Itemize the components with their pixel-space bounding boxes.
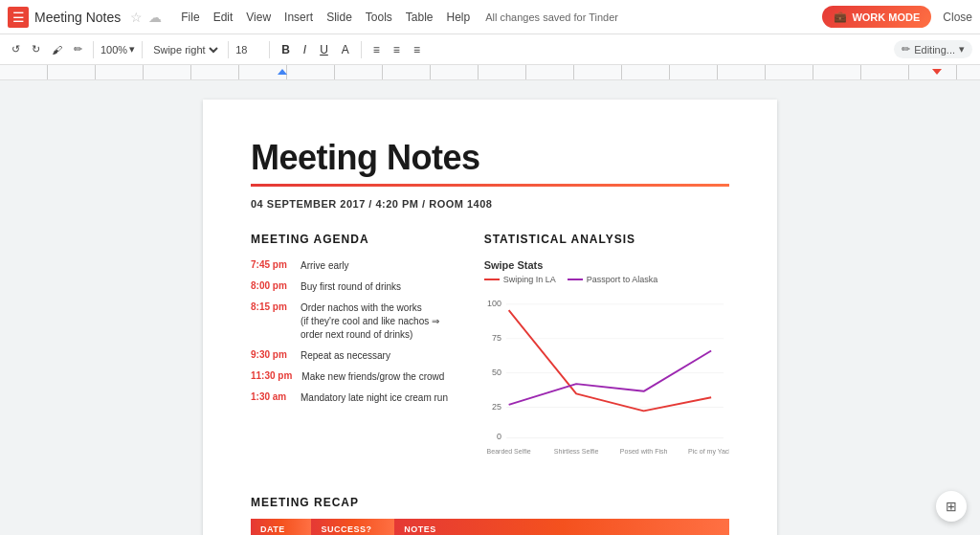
two-column-section: MEETING AGENDA 7:45 pmArrive early8:00 p… [251, 233, 729, 467]
agenda-row: 11:30 pmMake new friends/grow the crowd [251, 370, 456, 384]
svg-text:75: 75 [492, 333, 501, 343]
recap-section-title: MEETING RECAP [251, 496, 729, 509]
agenda-time: 9:30 pm [251, 349, 291, 360]
agenda-row: 8:00 pmBuy first round of drinks [251, 280, 456, 294]
menu-table[interactable]: Table [400, 9, 439, 26]
align-center-button[interactable]: ≡ [389, 41, 405, 58]
work-mode-button[interactable]: 💼 WORK MODE [822, 6, 931, 28]
agenda-time: 8:00 pm [251, 280, 291, 291]
menu-insert[interactable]: Insert [278, 9, 319, 26]
svg-text:Posed with Fish: Posed with Fish [619, 448, 667, 455]
separator-5 [361, 41, 362, 58]
document-page: Meeting Notes 04 SEPTEMBER 2017 / 4:20 P… [203, 100, 777, 535]
chart-svg: 100 75 50 25 0 [484, 292, 729, 463]
floating-action-button[interactable]: ⊞ [936, 491, 967, 522]
italic-button[interactable]: I [299, 41, 311, 58]
cloud-icon: ☁ [148, 10, 162, 25]
chart-container: 100 75 50 25 0 [484, 292, 729, 467]
paint-format-button[interactable]: 🖌 [48, 42, 66, 57]
separator-1 [93, 41, 94, 58]
col-header-notes: NOTES [394, 519, 729, 535]
svg-text:25: 25 [492, 402, 501, 412]
menu-slide[interactable]: Slide [321, 9, 358, 26]
chart-column: STATISTICAL ANALYSIS Swipe Stats Swiping… [484, 233, 729, 467]
svg-text:Bearded Selfie: Bearded Selfie [486, 448, 530, 455]
document-main-title: Meeting Notes [251, 138, 729, 178]
menu-view[interactable]: View [240, 9, 277, 26]
menu-edit[interactable]: Edit [208, 9, 239, 26]
agenda-time: 7:45 pm [251, 259, 291, 270]
agenda-row: 9:30 pmRepeat as necessary [251, 349, 456, 363]
document-subtitle: 04 SEPTEMBER 2017 / 4:20 PM / ROOM 1408 [251, 198, 729, 210]
agenda-time: 8:15 pm [251, 301, 291, 312]
briefcase-icon: 💼 [834, 11, 847, 23]
legend-label-1: Swiping In LA [503, 275, 556, 284]
agenda-time: 1:30 am [251, 391, 291, 402]
underline-button[interactable]: U [315, 41, 333, 58]
legend-label-2: Passport to Alaska [587, 275, 658, 284]
zoom-control[interactable]: 100% ▾ [100, 43, 135, 56]
separator-4 [269, 41, 270, 58]
col-header-date: DATE [251, 519, 311, 535]
agenda-row: 7:45 pmArrive early [251, 259, 456, 273]
col-header-success: SUCCESS? [311, 519, 394, 535]
agenda-desc: Repeat as necessary [301, 349, 390, 363]
svg-text:Pic of my Yacht: Pic of my Yacht [688, 448, 729, 456]
title-underline [251, 184, 729, 187]
pencil-button[interactable]: ✏ [70, 41, 86, 57]
toolbar: ↺ ↻ 🖌 ✏ 100% ▾ Swipe right B I U A ≡ ≡ ≡… [0, 34, 980, 65]
svg-text:0: 0 [497, 432, 501, 441]
text-color-button[interactable]: A [337, 41, 354, 58]
star-icon[interactable]: ☆ [130, 10, 143, 25]
menu-help[interactable]: Help [441, 9, 477, 26]
agenda-desc: Order nachos with the works(if they're c… [301, 301, 439, 342]
agenda-row: 8:15 pmOrder nachos with the works(if th… [251, 301, 456, 342]
agenda-desc: Arrive early [301, 259, 349, 273]
agenda-desc: Buy first round of drinks [301, 280, 401, 294]
redo-button[interactable]: ↻ [28, 41, 44, 57]
svg-text:Shirtless Selfie: Shirtless Selfie [554, 448, 599, 455]
svg-text:50: 50 [492, 368, 501, 377]
ruler [0, 65, 980, 80]
chart-section-title: STATISTICAL ANALYSIS [484, 233, 729, 246]
chart-legend: Swiping In LA Passport to Alaska [484, 275, 729, 284]
document-title: Meeting Notes [34, 10, 121, 25]
agenda-desc: Make new friends/grow the crowd [301, 370, 444, 384]
legend-item-2: Passport to Alaska [568, 275, 658, 284]
agenda-time: 11:30 pm [251, 370, 292, 381]
top-bar: ☰ Meeting Notes ☆ ☁ File Edit View Inser… [0, 0, 980, 34]
chart-title: Swipe Stats [484, 259, 729, 271]
close-button[interactable]: Close [943, 11, 972, 24]
agenda-table: 7:45 pmArrive early8:00 pmBuy first roun… [251, 259, 456, 405]
separator-2 [142, 41, 143, 58]
separator-3 [228, 41, 229, 58]
pencil-icon: ✏ [902, 43, 910, 56]
content-area: Meeting Notes 04 SEPTEMBER 2017 / 4:20 P… [0, 80, 980, 535]
agenda-row: 1:30 amMandatory late night ice cream ru… [251, 391, 456, 405]
font-size-input[interactable] [235, 44, 262, 56]
menu-tools[interactable]: Tools [360, 9, 398, 26]
ruler-lines [0, 65, 980, 79]
ruler-right-marker[interactable] [932, 69, 942, 75]
align-left-button[interactable]: ≡ [368, 41, 385, 58]
menu-bar: File Edit View Insert Slide Tools Table … [175, 9, 476, 26]
menu-file[interactable]: File [175, 9, 205, 26]
agenda-column: MEETING AGENDA 7:45 pmArrive early8:00 p… [251, 233, 456, 467]
float-icon: ⊞ [946, 499, 957, 514]
hamburger-menu[interactable]: ☰ [8, 7, 29, 28]
view-select[interactable]: Swipe right [149, 43, 221, 56]
editing-mode-pill[interactable]: ✏ Editing... ▾ [894, 40, 972, 58]
bold-button[interactable]: B [277, 41, 295, 58]
legend-color-2 [568, 279, 583, 280]
agenda-desc: Mandatory late night ice cream run [301, 391, 448, 405]
ruler-left-marker[interactable] [278, 69, 287, 75]
align-right-button[interactable]: ≡ [409, 41, 425, 58]
svg-text:100: 100 [487, 299, 501, 308]
legend-item-1: Swiping In LA [484, 275, 556, 284]
hamburger-icon: ☰ [12, 11, 25, 24]
agenda-section-title: MEETING AGENDA [251, 233, 456, 246]
legend-color-1 [484, 279, 500, 280]
saved-status: All changes saved for Tinder [485, 11, 816, 23]
undo-button[interactable]: ↺ [8, 41, 24, 57]
recap-table: DATE SUCCESS? NOTES 3/26/17Norefused to … [251, 519, 729, 535]
